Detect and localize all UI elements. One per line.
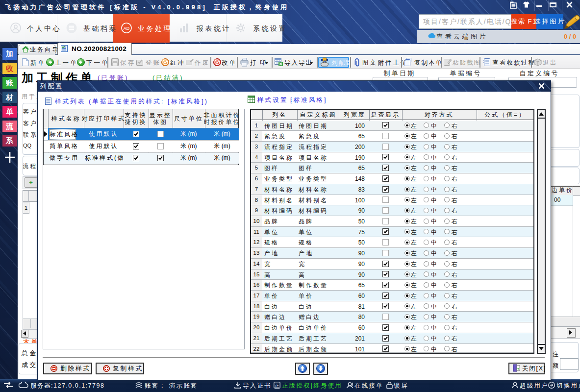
svg-text:正: 正 [275, 383, 279, 388]
svg-text:AD: AD [124, 26, 130, 31]
